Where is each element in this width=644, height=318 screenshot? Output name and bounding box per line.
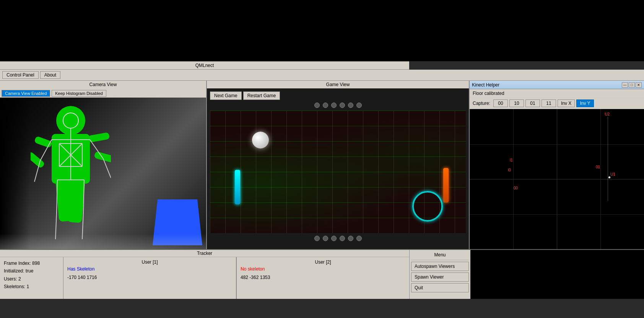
kinect-bottom-area: [470, 250, 644, 299]
user1-label: User [1]: [67, 259, 232, 265]
score-dot-b3: [331, 236, 337, 241]
kinect-title-text: Kinect Helper: [472, 82, 499, 88]
users-row: Users: 2: [4, 275, 59, 283]
capture-10-btn[interactable]: 10: [509, 99, 524, 107]
minimize-btn[interactable]: —: [622, 82, 628, 88]
about-btn[interactable]: About: [40, 71, 60, 79]
kinect-helper-panel: Kinect Helper — □ ✕ Floor calibrated Cap…: [469, 81, 644, 249]
game-controls: Next Game Restart Game: [210, 91, 466, 100]
capture-invx-btn[interactable]: Inv X: [558, 99, 575, 107]
score-dots-top: [210, 101, 466, 109]
spawn-viewer-btn[interactable]: Spawn Viewer: [411, 272, 469, 282]
kinect-window-buttons: — □ ✕: [622, 82, 642, 88]
user1-coords: -170 140 1716: [67, 275, 232, 280]
kinect-l0-label: l0: [508, 168, 511, 172]
game-view-title: Game View: [207, 81, 469, 88]
kinect-vline-l: [513, 109, 514, 249]
capture-row: Capture: 00 10 01 11 Inv X Inv Y: [470, 98, 644, 109]
kinect-hline-t: [470, 144, 644, 145]
score-dot-4: [340, 103, 345, 108]
game-ball: [252, 132, 269, 148]
user2-box: User [2] No skeleton 482 -362 1353: [236, 257, 409, 299]
tracker-title: Tracker: [0, 250, 409, 257]
initialized-row: Initialized: true: [4, 267, 59, 275]
user1-box: User [1] Has Skeleton -170 140 1716: [63, 257, 236, 299]
capture-00-btn[interactable]: 00: [493, 99, 508, 107]
users-label: Users:: [4, 276, 18, 282]
maximize-btn[interactable]: □: [629, 82, 635, 88]
skeleton-person-green: [31, 105, 111, 249]
skeletons-label: Skeletons:: [4, 284, 26, 289]
score-dot-b5: [348, 236, 353, 241]
quit-btn[interactable]: Quit: [411, 283, 469, 292]
score-dot-b4: [340, 236, 345, 241]
teal-circle-target: [412, 191, 443, 222]
kinect-status: Floor calibrated: [470, 89, 644, 98]
frame-index-label: Frame Index:: [4, 261, 32, 266]
skeletons-row: Skeletons: 1: [4, 283, 59, 290]
score-dot-b6: [356, 236, 362, 241]
camera-view-title: Camera View: [0, 81, 206, 88]
kinect-hline-center: [470, 179, 644, 179]
keep-histogram-btn[interactable]: Keep Histogram Disabled: [52, 90, 106, 97]
close-btn[interactable]: ✕: [636, 82, 642, 88]
game-canvas: [210, 111, 466, 233]
initialized-label: Initialized:: [4, 268, 26, 274]
user2-coords: 482 -362 1353: [241, 275, 405, 280]
score-dot-3: [331, 103, 337, 108]
kinect-u1-label: U1: [610, 172, 615, 176]
kinect-titlebar: Kinect Helper — □ ✕: [470, 81, 644, 89]
capture-01-btn[interactable]: 01: [525, 99, 540, 107]
autospawn-viewers-btn[interactable]: Autospawn Viewers: [411, 262, 469, 271]
app-title: QMLnect: [195, 63, 214, 68]
camera-view-enabled-btn[interactable]: Camera View Enabled: [2, 90, 50, 97]
frame-index-value: 898: [32, 261, 40, 266]
svg-rect-2: [34, 136, 52, 148]
orange-paddle: [443, 168, 449, 202]
score-dot-5: [348, 103, 353, 108]
restart-game-btn[interactable]: Restart Game: [243, 91, 280, 100]
nav-bar: Control Panel About: [0, 70, 644, 81]
svg-rect-3: [31, 151, 45, 169]
user2-label: User [2]: [241, 259, 405, 265]
cyan-paddle: [235, 170, 240, 204]
capture-invy-btn[interactable]: Inv Y: [576, 99, 594, 107]
kinect-00-label: 00: [514, 186, 518, 190]
capture-11-btn[interactable]: 11: [542, 99, 556, 107]
camera-view-area: [0, 98, 206, 249]
users-value: 2: [18, 276, 21, 282]
frame-info: Frame Index: 898 Initialized: true Users…: [0, 257, 63, 299]
app-title-bar: QMLnect: [0, 61, 409, 70]
kinect-view: U2 U1 l1 l0 01 00: [470, 109, 644, 249]
frame-index-row: Frame Index: 898: [4, 259, 59, 267]
kinect-l1-label: l1: [510, 158, 513, 162]
score-dots-bottom: [210, 235, 466, 242]
kinect-hline-b: [470, 214, 644, 215]
game-view-area: Next Game Restart Game: [207, 88, 469, 249]
score-dot-6: [356, 103, 362, 108]
top-black-bar: [0, 0, 644, 61]
kinect-vline-r: [600, 109, 601, 249]
control-panel-btn[interactable]: Control Panel: [2, 71, 39, 79]
menu-title: Menu: [411, 251, 469, 260]
score-dot-2: [323, 103, 328, 108]
tracker-area: Tracker Frame Index: 898 Initialized: tr…: [0, 250, 409, 299]
score-dot-1: [314, 103, 320, 108]
tracker-content: Frame Index: 898 Initialized: true Users…: [0, 257, 409, 299]
camera-controls: Camera View Enabled Keep Histogram Disab…: [0, 88, 206, 98]
camera-section: Camera View Camera View Enabled Keep His…: [0, 81, 207, 249]
game-section: Game View Next Game Restart Game: [207, 81, 469, 249]
skeletons-value: 1: [26, 284, 29, 289]
user2-status: No skeleton: [241, 266, 405, 272]
menu-section: Menu Autospawn Viewers Spawn Viewer Quit: [409, 250, 470, 299]
kinect-u1-dot: [608, 176, 610, 178]
score-dot-b2: [323, 236, 328, 241]
kinect-u2-vline: [608, 117, 608, 201]
kinect-u2-label: U2: [605, 112, 610, 116]
initialized-value: true: [26, 268, 34, 274]
user1-status: Has Skeleton: [67, 266, 232, 272]
capture-label: Capture:: [473, 101, 490, 106]
next-game-btn[interactable]: Next Game: [210, 91, 242, 100]
score-dot-b1: [314, 236, 320, 241]
kinect-01-label: 01: [596, 165, 600, 169]
